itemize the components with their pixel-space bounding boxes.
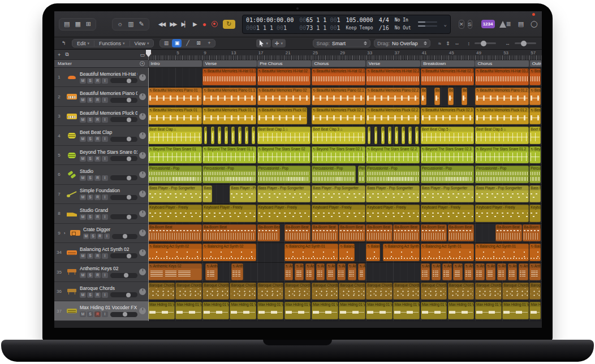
region[interactable]: ↻ Anthe [337, 263, 346, 280]
editors-icon[interactable]: ✎ [139, 21, 144, 27]
horizontal-zoom-slider[interactable] [515, 42, 536, 44]
input-monitor-button[interactable]: I [102, 214, 108, 220]
region[interactable]: B [415, 127, 419, 144]
region[interactable]: Ba-Boom Beat [448, 224, 475, 241]
pan-knob[interactable] [139, 288, 146, 295]
vertical-auto-zoom-icon[interactable]: ⇕ [446, 41, 450, 46]
region[interactable]: Ba-Boom Beat [495, 224, 522, 241]
region[interactable]: B [204, 127, 208, 144]
region[interactable]: Bass Player - Pop Songwriter [202, 185, 212, 202]
automation-icon[interactable]: ╱ [183, 39, 192, 47]
mute-button[interactable]: M [80, 194, 86, 200]
smart-controls-icon[interactable]: ☼ [117, 21, 123, 27]
region[interactable]: ↻ Beautiful Memories Pluck 02 [257, 107, 308, 124]
region[interactable]: Baroque Chords [502, 283, 529, 300]
region[interactable]: Be [448, 88, 454, 105]
track-header[interactable]: 4Beet Beat ClapMSRI [54, 126, 148, 145]
play-button[interactable]: ▶ [193, 21, 197, 27]
region[interactable]: Baroque Chords [529, 283, 541, 300]
volume-slider[interactable] [110, 78, 137, 83]
section-marker[interactable]: Verse [203, 60, 257, 67]
grid-icon[interactable]: ▥ [161, 39, 171, 47]
region[interactable]: ↻ Beautiful Memories Pluck 02.3 [421, 107, 475, 124]
region[interactable]: Baroque Chords [366, 283, 393, 300]
input-monitor-button[interactable]: I [102, 117, 108, 123]
pan-knob[interactable] [139, 171, 146, 178]
input-monitor-button[interactable]: I [102, 136, 108, 142]
input-monitor-button[interactable]: I [102, 78, 108, 84]
pan-knob[interactable] [139, 93, 146, 100]
region[interactable]: Beet Beat Clap.1 ⌂ [257, 127, 311, 144]
command-click-tool-menu[interactable]: ✛ ▾ [272, 39, 286, 47]
region[interactable]: Baroque Chords [230, 283, 256, 300]
marquee-icon[interactable]: ▣ [172, 39, 182, 47]
region[interactable]: B [381, 127, 385, 144]
track-name[interactable]: Studio Grand [80, 207, 137, 213]
pan-knob[interactable] [139, 307, 146, 314]
track-name[interactable]: Max Hiding 01 Vocoder FX [80, 305, 137, 310]
track-name[interactable]: Beautiful Memories Pluck 01 [80, 110, 137, 116]
metronome-icon[interactable] [499, 21, 506, 28]
track-header[interactable]: 35Anthemic Keys 02MSRI [54, 263, 148, 282]
cycle-button[interactable]: ↻ [223, 20, 235, 29]
pan-knob[interactable] [139, 229, 146, 236]
region[interactable]: B [225, 127, 228, 144]
region[interactable]: Max Hiding 01 V [148, 302, 175, 319]
region[interactable]: ↻ Beautiful Memories Piano 01 [148, 88, 202, 105]
region[interactable]: ↻ Anthe [464, 263, 474, 280]
region[interactable]: Max Hiding 01 V [339, 302, 365, 319]
region[interactable]: Max Hiding 01 V [312, 302, 338, 319]
region[interactable]: Ba-Boom Beat [523, 224, 541, 241]
track-lane[interactable]: Keyboard Player - FreelyKeyboard Player … [148, 204, 542, 223]
track-header[interactable]: 2Beautiful Memories Piano 01MSRI [54, 87, 148, 106]
track-header[interactable]: 9›Crate DiggerMSRI [54, 224, 148, 243]
input-monitor-button[interactable]: I [102, 194, 108, 200]
record-enable-button[interactable]: R [94, 156, 101, 162]
mute-button[interactable]: M [80, 175, 86, 181]
region[interactable]: Keyboard Player - Freely [366, 205, 420, 222]
track-header[interactable]: 37Max Hiding 01 Vocoder FXMSRI [54, 301, 148, 320]
track-lane[interactable]: ↻ Beautiful Memories Pluck 01↻ Beautiful… [148, 107, 542, 126]
pan-knob[interactable] [139, 210, 146, 217]
region[interactable]: B [402, 127, 405, 144]
region[interactable]: B [408, 127, 412, 144]
region[interactable]: Beet Beat Clap.5 ⌂ [421, 127, 475, 144]
record-enable-button[interactable]: R [94, 194, 101, 200]
solo-button[interactable]: S [87, 156, 93, 162]
region[interactable]: Percussionist - Pop [475, 166, 529, 183]
record-enable-button[interactable]: R [94, 272, 101, 278]
region[interactable]: ↻ Beautiful Memories Pluck 01 [148, 107, 202, 124]
track-lane[interactable]: Beet Beat Clap ⌂BBBBBBBBBeet Beat Clap.1… [148, 126, 542, 145]
track-name[interactable]: Studio [80, 168, 137, 174]
region[interactable]: B [368, 127, 371, 144]
region[interactable]: ↻ Anthe [295, 263, 303, 280]
region[interactable]: ↻ Anthe [432, 263, 441, 280]
track-name[interactable]: Beautiful Memories Hi-Hat 01 [80, 71, 137, 77]
solo-mode-button[interactable]: S [468, 20, 472, 29]
solo-button[interactable]: S [87, 136, 93, 142]
volume-slider[interactable] [110, 137, 137, 142]
region[interactable]: ↻ Balancing Act Synth 01 [475, 244, 529, 261]
region[interactable]: ↻ Anthe [508, 263, 518, 280]
region[interactable]: Beet Beat Clap ⌂ [148, 127, 202, 144]
mixer-icon[interactable]: ▥ [128, 21, 133, 27]
solo-button[interactable]: S [87, 253, 93, 259]
volume-slider[interactable] [110, 175, 137, 180]
section-marker[interactable]: Intro [149, 60, 202, 67]
region[interactable]: ↻ Beautiful Memories Piano 02 [257, 88, 311, 105]
region[interactable]: ↻ Beyond The Stars Snare 01.1 [202, 146, 256, 163]
track-lane[interactable]: Ba-Boom BeatBa-Boom BeatBa-Boom BeatBa-B… [148, 224, 542, 243]
region[interactable]: ↻ Balancing Act Synth 01 [529, 244, 541, 261]
region[interactable]: Percussionist - Pop [529, 166, 541, 183]
region[interactable]: ↻ Anthe [284, 263, 293, 280]
mute-button[interactable]: M [80, 214, 86, 220]
region[interactable]: ↻ Beautiful Memories Pluck 02.1 [312, 107, 365, 124]
mute-button[interactable]: M [80, 136, 86, 142]
forward-button[interactable]: ▶▶ [170, 21, 176, 27]
record-enable-button[interactable]: R [97, 233, 103, 239]
input-monitor-button[interactable]: I [102, 311, 108, 317]
record-enable-button[interactable]: R [94, 311, 101, 317]
volume-slider[interactable] [110, 195, 137, 200]
input-monitor-button[interactable]: I [102, 253, 108, 259]
region[interactable]: ↻ Beautiful Memories Hi-Hat 02.2 [366, 68, 420, 85]
